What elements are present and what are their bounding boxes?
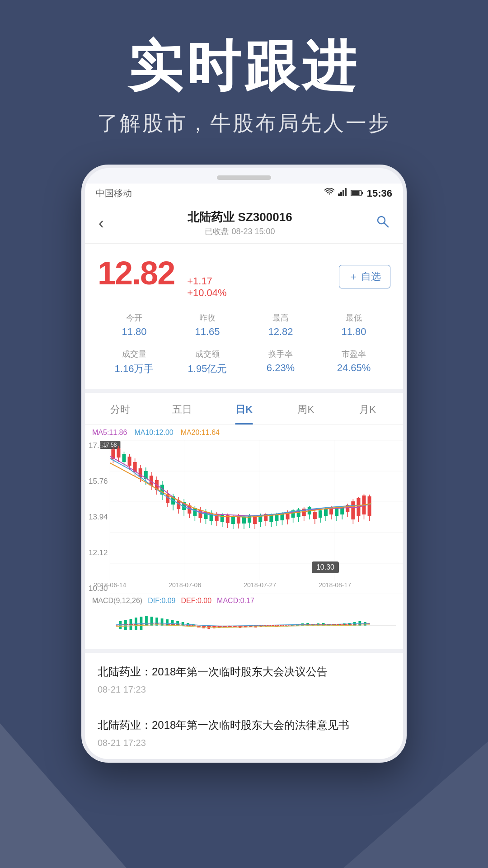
svg-text:2018-06-14: 2018-06-14 <box>94 581 126 589</box>
chart-svg: 2018-06-14 2018-07-06 2018-07-27 2018-08… <box>85 440 403 594</box>
tab-ri-k[interactable]: 日K <box>213 393 275 425</box>
stat-pe-value: 24.65% <box>317 362 390 374</box>
svg-rect-29 <box>117 448 120 458</box>
svg-rect-131 <box>166 619 169 626</box>
watchlist-button[interactable]: ＋ 自选 <box>339 265 390 288</box>
stat-low: 最低 11.80 <box>317 308 390 342</box>
stat-prev-close-label: 昨收 <box>171 312 244 323</box>
stat-turnover-label: 换手率 <box>244 349 317 359</box>
svg-rect-3 <box>345 188 347 196</box>
ma10-indicator: MA10:12.00 <box>134 429 173 437</box>
svg-rect-71 <box>231 517 235 524</box>
news-item-0[interactable]: 北陆药业：2018年第一次临时股东大会决议公告 08-21 17:23 <box>98 653 390 706</box>
stat-volume: 成交量 1.16万手 <box>98 344 171 380</box>
time-label: 15:36 <box>367 188 392 199</box>
plus-icon: ＋ <box>348 270 358 283</box>
sub-title: 了解股市，牛股布局先人一步 <box>0 109 488 137</box>
signal-icon <box>338 188 347 198</box>
svg-text:2018-07-06: 2018-07-06 <box>169 581 201 589</box>
phone-container: 中国移动 <box>0 165 488 763</box>
news-item-1[interactable]: 北陆药业：2018年第一次临时股东大会的法律意见书 08-21 17:23 <box>98 706 390 759</box>
stat-prev-close-value: 11.65 <box>171 326 244 338</box>
phone-notch <box>85 168 403 184</box>
price-row: 12.82 +1.17 +10.04% ＋ 自选 <box>98 255 390 299</box>
macd-value-label: MACD:0.17 <box>217 597 254 605</box>
tab-wu-ri[interactable]: 五日 <box>151 393 213 425</box>
stock-time-label: 已收盘 08-23 15:00 <box>108 226 371 237</box>
macd-dif-label: DIF:0.09 <box>148 597 175 605</box>
chart-tabs: 分时 五日 日K 周K 月K <box>85 393 403 425</box>
stat-amount: 成交额 1.95亿元 <box>171 344 244 380</box>
current-price: 12.82 <box>98 255 174 292</box>
svg-rect-79 <box>253 516 257 524</box>
macd-labels: MACD(9,12,26) DIF:0.09 DEF:0.00 MACD:0.1… <box>92 597 396 605</box>
stat-low-label: 最低 <box>317 312 390 323</box>
news-title-1: 北陆药业：2018年第一次临时股东大会的法律意见书 <box>98 717 390 733</box>
svg-rect-130 <box>161 618 164 626</box>
status-right: 15:36 <box>324 188 392 199</box>
svg-rect-109 <box>335 509 338 516</box>
phone-speaker <box>217 175 271 180</box>
svg-text:2018-07-27: 2018-07-27 <box>244 581 276 589</box>
watchlist-label: 自选 <box>361 270 381 283</box>
stat-open: 今开 11.80 <box>98 308 171 342</box>
stat-pe: 市盈率 24.65% <box>317 344 390 380</box>
price-stats-grid: 今开 11.80 昨收 11.65 最高 12.82 最低 11.80 <box>98 308 390 380</box>
svg-rect-103 <box>319 510 322 518</box>
hero-section: 实时跟进 了解股市，牛股布局先人一步 <box>0 0 488 165</box>
price-change-pct: +10.04% <box>187 287 226 299</box>
stock-name-label: 北陆药业 SZ300016 <box>108 209 371 225</box>
price-section: 12.82 +1.17 +10.04% ＋ 自选 今开 11.80 <box>85 244 403 393</box>
ma5-indicator: MA5:11.86 <box>92 429 127 437</box>
stat-high: 最高 12.82 <box>244 308 317 342</box>
stat-turnover-value: 6.23% <box>244 362 317 374</box>
svg-rect-1 <box>340 192 342 196</box>
macd-def-label: DEF:0.00 <box>181 597 212 605</box>
ma20-indicator: MA20:11.64 <box>181 429 220 437</box>
svg-rect-33 <box>128 457 131 466</box>
svg-rect-5 <box>351 191 359 195</box>
stat-high-label: 最高 <box>244 312 317 323</box>
stat-amount-value: 1.95亿元 <box>171 362 244 376</box>
stat-volume-value: 1.16万手 <box>98 362 171 376</box>
svg-rect-101 <box>313 512 317 519</box>
macd-title-label: MACD(9,12,26) <box>92 597 142 605</box>
news-time-1: 08-21 17:23 <box>98 738 390 748</box>
price-change-abs: +1.17 <box>187 275 226 287</box>
top-nav: ‹ 北陆药业 SZ300016 已收盘 08-23 15:00 <box>85 203 403 244</box>
price-change-block: +1.17 +10.04% <box>187 275 226 299</box>
news-time-0: 08-21 17:23 <box>98 684 390 695</box>
status-bar: 中国移动 <box>85 184 403 203</box>
main-background: 实时跟进 了解股市，牛股布局先人一步 中国移动 <box>0 0 488 868</box>
svg-rect-115 <box>351 501 355 519</box>
stat-turnover: 换手率 6.23% <box>244 344 317 380</box>
svg-rect-31 <box>122 454 126 462</box>
news-title-0: 北陆药业：2018年第一次临时股东大会决议公告 <box>98 664 390 680</box>
svg-rect-6 <box>362 192 363 194</box>
main-title: 实时跟进 <box>0 36 488 96</box>
stat-prev-close: 昨收 11.65 <box>171 308 244 342</box>
stat-amount-label: 成交额 <box>171 349 244 359</box>
ma-indicators: MA5:11.86 MA10:12.00 MA20:11.64 <box>85 425 403 440</box>
macd-chart-area <box>92 608 396 644</box>
svg-rect-121 <box>368 496 371 516</box>
stat-volume-label: 成交量 <box>98 349 171 359</box>
stat-open-value: 11.80 <box>98 326 171 338</box>
chart-tooltip: 10.30 <box>312 561 339 573</box>
svg-rect-2 <box>343 190 344 196</box>
back-button[interactable]: ‹ <box>94 212 108 235</box>
carrier-label: 中国移动 <box>96 187 132 199</box>
svg-rect-0 <box>338 193 340 196</box>
stat-low-value: 11.80 <box>317 326 390 338</box>
phone-mockup: 中国移动 <box>81 165 407 763</box>
tab-fen-shi[interactable]: 分时 <box>89 393 151 425</box>
wifi-icon <box>324 188 334 198</box>
battery-icon <box>351 188 363 198</box>
news-section: 北陆药业：2018年第一次临时股东大会决议公告 08-21 17:23 北陆药业… <box>85 653 403 759</box>
svg-rect-57 <box>193 508 197 516</box>
tab-yue-k[interactable]: 月K <box>337 393 399 425</box>
tab-zhou-k[interactable]: 周K <box>275 393 337 425</box>
svg-rect-123 <box>124 620 127 630</box>
search-icon[interactable] <box>371 213 394 233</box>
macd-section: MACD(9,12,26) DIF:0.09 DEF:0.00 MACD:0.1… <box>85 594 403 653</box>
